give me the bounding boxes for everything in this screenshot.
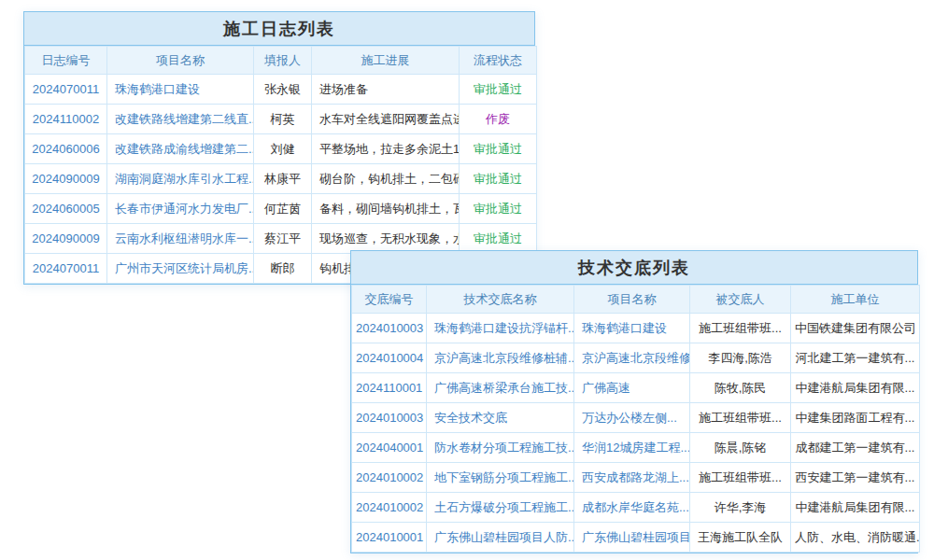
cell-id[interactable]: 2024010002 xyxy=(352,463,427,493)
table-header-row: 交底编号技术交底名称项目名称被交底人施工单位 xyxy=(352,286,920,314)
cell-unit: 中建港航局集团有限... xyxy=(791,373,920,403)
cell-project[interactable]: 珠海鹤港口建设 xyxy=(574,314,690,343)
table-row[interactable]: 2024010003安全技术交底万达办公楼左侧...施工班组带班...中建集团路… xyxy=(352,403,920,433)
column-header: 日志编号 xyxy=(25,47,107,75)
cell-id[interactable]: 2024010001 xyxy=(352,523,427,553)
tech-disclosure-title: 技术交底列表 xyxy=(351,251,917,285)
column-header: 项目名称 xyxy=(574,286,690,314)
cell-project[interactable]: 改建铁路线增建第二线直... xyxy=(107,105,254,134)
cell-person: 陈晨,陈铭 xyxy=(690,433,791,463)
table-row[interactable]: 2024110002改建铁路线增建第二线直...柯英水车对全线遮阳网覆盖点进..… xyxy=(25,105,537,134)
cell-unit: 人防、水电、消防暖通... xyxy=(791,523,920,553)
cell-reporter: 断郎 xyxy=(254,254,312,284)
cell-reporter: 林康平 xyxy=(254,164,312,194)
cell-progress: 备料，砌间墙钩机排土，瓦... xyxy=(312,194,460,224)
cell-name[interactable]: 广佛高速桥梁承台施工技... xyxy=(427,373,574,403)
cell-person: 陈牧,陈民 xyxy=(690,373,791,403)
cell-id[interactable]: 2024010002 xyxy=(352,493,427,523)
cell-id[interactable]: 2024010003 xyxy=(352,403,427,433)
cell-status: 审批通过 xyxy=(460,75,537,105)
tech-disclosure-table-body: 2024010003珠海鹤港口建设抗浮锚杆...珠海鹤港口建设施工班组带班...… xyxy=(352,314,920,553)
table-row[interactable]: 2024060006改建铁路成渝线增建第二...刘健平整场地，拉走多余泥土15.… xyxy=(25,134,537,164)
table-row[interactable]: 2024040001防水卷材分项工程施工技...华润12城房建工程...陈晨,陈… xyxy=(352,433,920,463)
cell-reporter: 刘健 xyxy=(254,134,312,164)
table-row[interactable]: 2024010004京沪高速北京段维修桩辅...京沪高速北京段维修李四海,陈浩河… xyxy=(352,343,920,373)
cell-status: 作废 xyxy=(460,105,537,134)
cell-id[interactable]: 2024010004 xyxy=(352,343,427,373)
cell-project[interactable]: 广东佛山碧桂园项目 xyxy=(574,523,690,553)
cell-name[interactable]: 安全技术交底 xyxy=(427,403,574,433)
cell-id[interactable]: 2024010003 xyxy=(352,314,427,343)
construction-log-title: 施工日志列表 xyxy=(24,12,534,46)
cell-id[interactable]: 2024090009 xyxy=(25,164,107,194)
cell-unit: 成都建工第一建筑有... xyxy=(791,433,920,463)
cell-project[interactable]: 广佛高速 xyxy=(574,373,690,403)
cell-unit: 西安建工第一建筑有... xyxy=(791,463,920,493)
cell-person: 许华,李海 xyxy=(690,493,791,523)
cell-id[interactable]: 2024070011 xyxy=(25,75,107,105)
cell-reporter: 何芷茵 xyxy=(254,194,312,224)
cell-name[interactable]: 京沪高速北京段维修桩辅... xyxy=(427,343,574,373)
cell-unit: 河北建工第一建筑有... xyxy=(791,343,920,373)
table-row[interactable]: 2024090009云南水利枢纽潜明水库一...蔡江平现场巡查，无积水现象，水.… xyxy=(25,224,537,254)
cell-reporter: 蔡江平 xyxy=(254,224,312,254)
cell-project[interactable]: 华润12城房建工程... xyxy=(574,433,690,463)
tech-disclosure-table: 交底编号技术交底名称项目名称被交底人施工单位 2024010003珠海鹤港口建设… xyxy=(351,285,920,553)
table-header-row: 日志编号项目名称填报人施工进展流程状态 xyxy=(25,47,537,75)
cell-project[interactable]: 云南水利枢纽潜明水库一... xyxy=(107,224,254,254)
column-header: 施工进展 xyxy=(312,47,460,75)
cell-unit: 中国铁建集团有限公司 xyxy=(791,314,920,343)
construction-log-table: 日志编号项目名称填报人施工进展流程状态 2024070011珠海鹤港口建设张永银… xyxy=(24,46,537,284)
cell-project[interactable]: 改建铁路成渝线增建第二... xyxy=(107,134,254,164)
table-row[interactable]: 2024110001广佛高速桥梁承台施工技...广佛高速陈牧,陈民中建港航局集团… xyxy=(352,373,920,403)
table-row[interactable]: 2024010001广东佛山碧桂园项目人防...广东佛山碧桂园项目王海施工队全队… xyxy=(352,523,920,553)
column-header: 施工单位 xyxy=(791,286,920,314)
cell-progress: 现场巡查，无积水现象，水... xyxy=(312,224,460,254)
cell-project[interactable]: 珠海鹤港口建设 xyxy=(107,75,254,105)
cell-project[interactable]: 京沪高速北京段维修 xyxy=(574,343,690,373)
cell-reporter: 柯英 xyxy=(254,105,312,134)
cell-progress: 砌台阶，钩机排土，二包砌... xyxy=(312,164,460,194)
table-row[interactable]: 2024010002土石方爆破分项工程施工...成都水岸华庭名苑...许华,李海… xyxy=(352,493,920,523)
cell-person: 施工班组带班... xyxy=(690,463,791,493)
column-header: 技术交底名称 xyxy=(427,286,574,314)
cell-project[interactable]: 长春市伊通河水力发电厂... xyxy=(107,194,254,224)
cell-id[interactable]: 2024110001 xyxy=(352,373,427,403)
cell-person: 李四海,陈浩 xyxy=(690,343,791,373)
cell-name[interactable]: 广东佛山碧桂园项目人防... xyxy=(427,523,574,553)
cell-progress: 进场准备 xyxy=(312,75,460,105)
table-row[interactable]: 2024090009湖南洞庭湖水库引水工程...林康平砌台阶，钩机排土，二包砌.… xyxy=(25,164,537,194)
cell-project[interactable]: 湖南洞庭湖水库引水工程... xyxy=(107,164,254,194)
cell-id[interactable]: 2024090009 xyxy=(25,224,107,254)
cell-id[interactable]: 2024040001 xyxy=(352,433,427,463)
construction-log-panel: 施工日志列表 日志编号项目名称填报人施工进展流程状态 2024070011珠海鹤… xyxy=(23,11,535,285)
cell-reporter: 张永银 xyxy=(254,75,312,105)
cell-progress: 水车对全线遮阳网覆盖点进... xyxy=(312,105,460,134)
cell-id[interactable]: 2024110002 xyxy=(25,105,107,134)
cell-project[interactable]: 成都水岸华庭名苑... xyxy=(574,493,690,523)
cell-name[interactable]: 珠海鹤港口建设抗浮锚杆... xyxy=(427,314,574,343)
cell-name[interactable]: 地下室钢筋分项工程施工... xyxy=(427,463,574,493)
column-header: 流程状态 xyxy=(460,47,537,75)
cell-project[interactable]: 西安成都路龙湖上... xyxy=(574,463,690,493)
cell-person: 施工班组带班... xyxy=(690,403,791,433)
column-header: 项目名称 xyxy=(107,47,254,75)
cell-person: 王海施工队全队 xyxy=(690,523,791,553)
cell-progress: 平整场地，拉走多余泥土15... xyxy=(312,134,460,164)
table-row[interactable]: 2024060005长春市伊通河水力发电厂...何芷茵备料，砌间墙钩机排土，瓦.… xyxy=(25,194,537,224)
cell-name[interactable]: 防水卷材分项工程施工技... xyxy=(427,433,574,463)
cell-project[interactable]: 广州市天河区统计局机房... xyxy=(107,254,254,284)
table-row[interactable]: 2024070011珠海鹤港口建设张永银进场准备审批通过 xyxy=(25,75,537,105)
cell-id[interactable]: 2024060006 xyxy=(25,134,107,164)
column-header: 被交底人 xyxy=(690,286,791,314)
cell-id[interactable]: 2024060005 xyxy=(25,194,107,224)
cell-status: 审批通过 xyxy=(460,224,537,254)
table-row[interactable]: 2024010003珠海鹤港口建设抗浮锚杆...珠海鹤港口建设施工班组带班...… xyxy=(352,314,920,343)
cell-name[interactable]: 土石方爆破分项工程施工... xyxy=(427,493,574,523)
cell-unit: 中建港航局集团有限... xyxy=(791,493,920,523)
cell-project[interactable]: 万达办公楼左侧... xyxy=(574,403,690,433)
cell-unit: 中建集团路面工程有... xyxy=(791,403,920,433)
table-row[interactable]: 2024010002地下室钢筋分项工程施工...西安成都路龙湖上...施工班组带… xyxy=(352,463,920,493)
column-header: 填报人 xyxy=(254,47,312,75)
cell-id[interactable]: 2024070011 xyxy=(25,254,107,284)
